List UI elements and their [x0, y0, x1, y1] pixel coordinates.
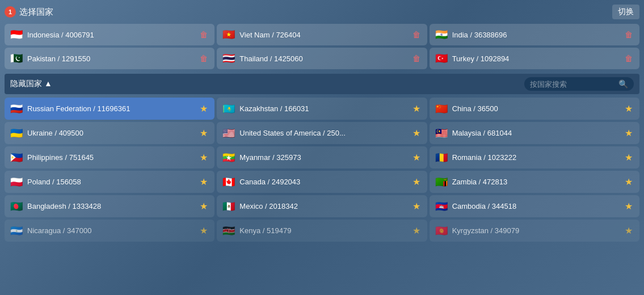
flag-icon: 🇲🇾: [435, 127, 448, 140]
step-number: 1: [5, 6, 16, 18]
star-button[interactable]: ★: [411, 175, 422, 188]
country-item-left: 🇨🇳 China / 36500: [435, 103, 624, 115]
country-item-left: 🇰🇬 Kyrgyzstan / 349079: [435, 225, 624, 237]
selected-item-left: 🇮🇳 India / 36388696: [435, 28, 507, 41]
selected-item-left: 🇻🇳 Viet Nam / 726404: [222, 28, 300, 41]
country-list-item[interactable]: 🇷🇺 Russian Federation / 11696361 ★: [5, 98, 214, 120]
star-button[interactable]: ★: [199, 102, 209, 115]
star-button[interactable]: ★: [199, 224, 209, 237]
delete-button[interactable]: 🗑: [411, 53, 422, 64]
star-button[interactable]: ★: [411, 127, 422, 140]
country-name-label: Kazakhstan / 166031: [239, 104, 309, 113]
country-list-item[interactable]: 🇿🇲 Zambia / 472813 ★: [430, 171, 639, 193]
country-name-label: Indonesia / 4006791: [27, 31, 94, 39]
country-list-item[interactable]: 🇨🇳 China / 36500 ★: [430, 98, 639, 120]
star-button[interactable]: ★: [199, 127, 209, 140]
country-item-left: 🇺🇸 United States of America / 250...: [222, 127, 411, 140]
country-name-label: Turkey / 1092894: [452, 54, 510, 63]
flag-icon: 🇧🇩: [10, 200, 23, 213]
flag-icon: 🇵🇰: [10, 52, 23, 65]
selected-country-item[interactable]: 🇹🇭 Thailand / 1425060 🗑: [217, 48, 427, 69]
flag-icon: 🇰🇪: [222, 225, 235, 237]
star-button[interactable]: ★: [411, 102, 422, 115]
country-list-item[interactable]: 🇲🇽 Mexico / 2018342 ★: [217, 195, 427, 217]
star-button[interactable]: ★: [199, 151, 209, 164]
selected-item-left: 🇵🇰 Pakistan / 1291550: [10, 52, 90, 65]
country-item-left: 🇰🇪 Kenya / 519479: [222, 225, 411, 237]
flag-icon: 🇰🇭: [435, 200, 448, 213]
selected-item-left: 🇹🇷 Turkey / 1092894: [435, 52, 510, 65]
country-item-left: 🇨🇦 Canada / 2492043: [222, 176, 411, 188]
country-list-item[interactable]: 🇧🇩 Bangladesh / 1333428 ★: [5, 195, 214, 217]
star-button[interactable]: ★: [624, 151, 634, 164]
country-item-left: 🇷🇴 Romania / 1023222: [435, 151, 624, 164]
country-list-item[interactable]: 🇺🇦 Ukraine / 409500 ★: [5, 122, 214, 144]
country-list-item[interactable]: 🇷🇴 Romania / 1023222 ★: [430, 146, 639, 168]
star-button[interactable]: ★: [411, 224, 422, 237]
header-bar: 1 选择国家 切换: [5, 5, 639, 19]
country-item-left: 🇰🇭 Cambodia / 344518: [435, 200, 624, 213]
country-item-left: 🇷🇺 Russian Federation / 11696361: [10, 103, 199, 115]
star-button[interactable]: ★: [624, 224, 634, 237]
flag-icon: 🇷🇴: [435, 151, 448, 164]
star-button[interactable]: ★: [624, 175, 634, 188]
switch-button[interactable]: 切换: [612, 5, 639, 19]
country-list-item[interactable]: 🇲🇾 Malaysia / 681044 ★: [430, 122, 639, 144]
selected-country-item[interactable]: 🇻🇳 Viet Nam / 726404 🗑: [217, 24, 427, 45]
country-name-label: Poland / 156058: [27, 178, 81, 186]
star-button[interactable]: ★: [624, 127, 634, 140]
star-button[interactable]: ★: [411, 151, 422, 164]
flag-icon: 🇻🇳: [222, 28, 235, 41]
flag-icon: 🇹🇷: [435, 52, 448, 65]
country-item-left: 🇵🇱 Poland / 156058: [10, 176, 199, 188]
search-icon: 🔍: [618, 79, 628, 88]
delete-button[interactable]: 🗑: [199, 53, 209, 64]
flag-icon: 🇲🇽: [222, 200, 235, 213]
flag-icon: 🇿🇲: [435, 176, 448, 188]
country-list-item[interactable]: 🇰🇭 Cambodia / 344518 ★: [430, 195, 639, 217]
section-label: 隐藏国家 ▲: [10, 79, 52, 89]
country-item-left: 🇧🇩 Bangladesh / 1333428: [10, 200, 199, 213]
selected-item-left: 🇹🇭 Thailand / 1425060: [222, 52, 302, 65]
country-name-label: China / 36500: [452, 104, 498, 113]
country-name-label: Nicaragua / 347000: [27, 226, 91, 235]
selected-country-item[interactable]: 🇹🇷 Turkey / 1092894 🗑: [430, 48, 639, 69]
country-list-item[interactable]: 🇳🇮 Nicaragua / 347000 ★: [5, 220, 214, 242]
star-button[interactable]: ★: [411, 200, 422, 213]
search-box[interactable]: 🔍: [524, 77, 634, 91]
country-name-label: Kyrgyzstan / 349079: [452, 226, 520, 235]
flag-icon: 🇲🇲: [222, 151, 235, 164]
delete-button[interactable]: 🗑: [624, 53, 634, 64]
delete-button[interactable]: 🗑: [624, 29, 634, 40]
selected-country-item[interactable]: 🇮🇩 Indonesia / 4006791 🗑: [5, 24, 214, 45]
country-name-label: Viet Nam / 726404: [239, 31, 300, 39]
country-list-item[interactable]: 🇵🇭 Philippines / 751645 ★: [5, 146, 214, 168]
country-name-label: Bangladesh / 1333428: [27, 202, 101, 210]
search-input[interactable]: [530, 80, 615, 88]
delete-button[interactable]: 🗑: [199, 29, 209, 40]
country-list-item[interactable]: 🇨🇦 Canada / 2492043 ★: [217, 171, 427, 193]
country-list-item[interactable]: 🇵🇱 Poland / 156058 ★: [5, 171, 214, 193]
country-name-label: India / 36388696: [452, 31, 507, 39]
delete-button[interactable]: 🗑: [411, 29, 422, 40]
star-button[interactable]: ★: [199, 200, 209, 213]
selected-country-item[interactable]: 🇵🇰 Pakistan / 1291550 🗑: [5, 48, 214, 69]
country-item-left: 🇺🇦 Ukraine / 409500: [10, 127, 199, 140]
country-item-left: 🇲🇾 Malaysia / 681044: [435, 127, 624, 140]
star-button[interactable]: ★: [624, 102, 634, 115]
country-list-item[interactable]: 🇰🇬 Kyrgyzstan / 349079 ★: [430, 220, 639, 242]
country-name-label: Pakistan / 1291550: [27, 54, 90, 63]
flag-icon: 🇰🇿: [222, 103, 235, 115]
star-button[interactable]: ★: [199, 175, 209, 188]
country-name-label: Thailand / 1425060: [239, 54, 302, 63]
country-list-item[interactable]: 🇲🇲 Myanmar / 325973 ★: [217, 146, 427, 168]
country-list-item[interactable]: 🇺🇸 United States of America / 250... ★: [217, 122, 427, 144]
country-name-label: Kenya / 519479: [239, 226, 291, 235]
country-list-item[interactable]: 🇰🇿 Kazakhstan / 166031 ★: [217, 98, 427, 120]
selected-country-item[interactable]: 🇮🇳 India / 36388696 🗑: [430, 24, 639, 45]
country-item-left: 🇲🇲 Myanmar / 325973: [222, 151, 411, 164]
flag-icon: 🇮🇳: [435, 28, 448, 41]
country-name-label: Romania / 1023222: [452, 153, 516, 162]
country-list-item[interactable]: 🇰🇪 Kenya / 519479 ★: [217, 220, 427, 242]
star-button[interactable]: ★: [624, 200, 634, 213]
